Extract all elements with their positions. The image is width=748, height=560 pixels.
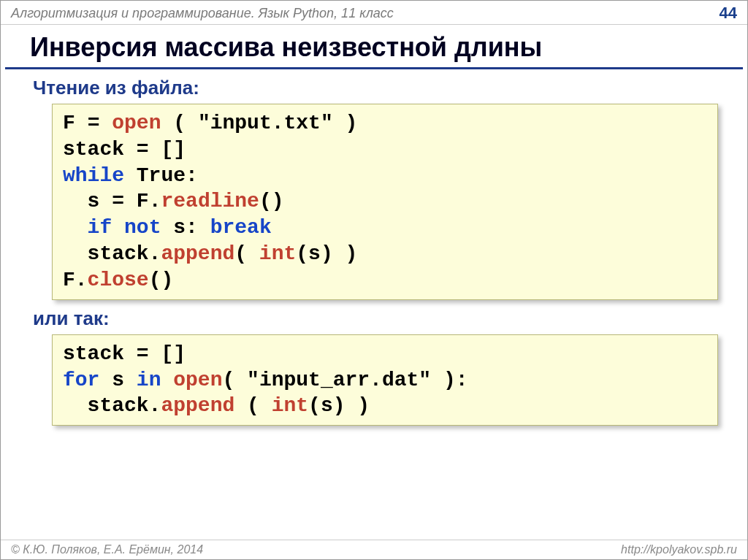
code-text (161, 369, 173, 391)
code-text: = (88, 112, 100, 134)
code-fn: append (161, 394, 234, 417)
code-kw: break (210, 216, 272, 239)
code-text: (s) ) (296, 242, 357, 265)
code-fn: close (88, 269, 149, 291)
code-block-1: F = open ( "input.txt" ) stack = [] whil… (52, 104, 718, 300)
code-text: [] (161, 342, 186, 365)
code-text: = (112, 190, 124, 212)
code-kw: if (88, 216, 112, 239)
code-fn: append (161, 242, 234, 265)
page-number: 44 (720, 4, 737, 23)
code-text: (s) ) (308, 394, 370, 417)
code-kw: while (63, 164, 124, 187)
code-text: stack. (63, 242, 161, 265)
slide-header: Алгоритмизация и программирование. Язык … (1, 1, 747, 25)
code-kw: in (137, 369, 161, 391)
code-text: F. (63, 269, 88, 291)
code-text: F (63, 112, 75, 134)
code-text: stack. (63, 394, 161, 417)
course-title: Алгоритмизация и программирование. Язык … (11, 6, 394, 21)
section-label-1: Чтение из файла: (1, 69, 747, 104)
code-text: = (137, 342, 149, 365)
code-kw: for (63, 369, 99, 391)
code-text: ( (247, 394, 272, 417)
code-text: s: (161, 216, 210, 239)
code-text: stack (63, 342, 124, 365)
code-text: s (99, 369, 136, 391)
code-kw: not (124, 216, 161, 239)
code-text: () (259, 190, 284, 212)
code-text (63, 216, 88, 239)
code-text: = (137, 138, 149, 161)
code-fn: int (272, 394, 308, 417)
code-text: ( (234, 242, 259, 265)
code-text: s (63, 190, 99, 212)
code-fn: readline (161, 190, 259, 212)
code-text: F. (137, 190, 161, 212)
code-fn: open (112, 112, 161, 134)
code-text: () (149, 269, 174, 291)
footer-copyright: © К.Ю. Поляков, Е.А. Ерёмин, 2014 (11, 543, 203, 556)
code-text: "input.txt" ) (186, 112, 357, 134)
code-text: stack (63, 138, 124, 161)
code-fn: open (173, 369, 222, 391)
section-label-2: или так: (1, 300, 747, 334)
code-fn: int (259, 242, 296, 265)
code-text: ( (173, 112, 186, 134)
code-text: True: (124, 164, 198, 187)
footer-url: http://kpolyakov.spb.ru (621, 543, 737, 556)
page-title: Инверсия массива неизвестной длины (5, 25, 743, 69)
code-block-2: stack = [] for s in open( "input_arr.dat… (52, 334, 718, 426)
code-text: [] (161, 138, 186, 161)
slide-footer: © К.Ю. Поляков, Е.А. Ерёмин, 2014 http:/… (1, 540, 747, 559)
code-text: ( "input_arr.dat" ): (222, 369, 468, 391)
slide: Алгоритмизация и программирование. Язык … (0, 0, 748, 560)
code-text (112, 216, 124, 239)
